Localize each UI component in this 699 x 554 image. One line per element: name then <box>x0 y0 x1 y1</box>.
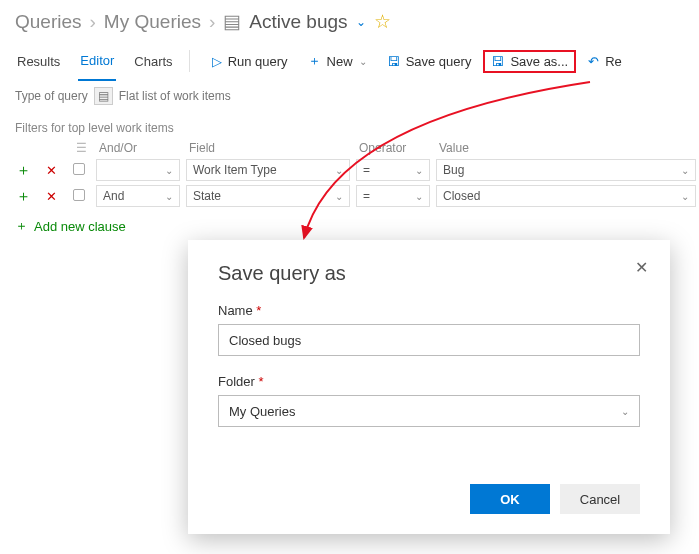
tab-editor[interactable]: Editor <box>78 41 116 81</box>
new-label: New <box>327 54 353 69</box>
operator-select[interactable]: =⌄ <box>356 185 430 207</box>
filters-header: Filters for top level work items <box>0 111 699 139</box>
andor-select[interactable]: And⌄ <box>96 185 180 207</box>
row-checkbox[interactable] <box>73 189 85 201</box>
col-field: Field <box>183 139 353 157</box>
query-type-row: Type of query ▤ Flat list of work items <box>0 81 699 111</box>
save-as-button[interactable]: 🖫 Save as... <box>483 50 576 73</box>
filter-row: ＋ ✕ And⌄ State⌄ =⌄ Closed⌄ <box>10 183 699 209</box>
save-label: Save query <box>406 54 472 69</box>
save-icon: 🖫 <box>387 54 400 69</box>
col-andor: And/Or <box>93 139 183 157</box>
add-row-icon[interactable]: ＋ <box>13 187 34 204</box>
toolbar: Results Editor Charts ▷ Run query ＋ New … <box>0 41 699 81</box>
folder-select[interactable]: My Queries ⌄ <box>218 395 640 427</box>
close-icon[interactable]: ✕ <box>635 258 648 277</box>
breadcrumb-leaf[interactable]: Active bugs <box>249 11 347 33</box>
revert-button[interactable]: ↶ Re <box>580 50 630 73</box>
add-new-clause[interactable]: ＋ Add new clause <box>0 209 699 243</box>
value-select[interactable]: Bug⌄ <box>436 159 696 181</box>
dialog-title: Save query as <box>218 262 640 285</box>
chevron-down-icon: ⌄ <box>359 56 367 67</box>
breadcrumb-root[interactable]: Queries <box>15 11 82 33</box>
flat-list-icon[interactable]: ▤ <box>94 87 113 105</box>
operator-select[interactable]: =⌄ <box>356 159 430 181</box>
andor-select[interactable]: ⌄ <box>96 159 180 181</box>
tab-charts[interactable]: Charts <box>132 41 174 81</box>
col-operator: Operator <box>353 139 433 157</box>
folder-label: Folder * <box>218 374 640 389</box>
tab-results[interactable]: Results <box>15 41 62 81</box>
filters-table: ☰ And/Or Field Operator Value ＋ ✕ ⌄ Work… <box>10 139 699 209</box>
breadcrumb: Queries › My Queries › ▤ Active bugs ⌄ ☆ <box>0 0 699 41</box>
favorite-icon[interactable]: ☆ <box>374 10 391 33</box>
ok-button[interactable]: OK <box>470 484 550 514</box>
plus-icon: ＋ <box>308 52 321 70</box>
filter-row: ＋ ✕ ⌄ Work Item Type⌄ =⌄ Bug⌄ <box>10 157 699 183</box>
field-select[interactable]: Work Item Type⌄ <box>186 159 350 181</box>
chevron-down-icon[interactable]: ⌄ <box>356 15 366 29</box>
checklist-icon[interactable]: ☰ <box>76 141 87 155</box>
save-query-button[interactable]: 🖫 Save query <box>379 50 480 73</box>
play-icon: ▷ <box>212 54 222 69</box>
add-row-icon[interactable]: ＋ <box>13 161 34 178</box>
save-as-label: Save as... <box>510 54 568 69</box>
name-input[interactable]: Closed bugs <box>218 324 640 356</box>
chevron-right-icon: › <box>90 11 96 33</box>
delete-row-icon[interactable]: ✕ <box>43 189 60 204</box>
name-label: Name * <box>218 303 640 318</box>
save-as-icon: 🖫 <box>491 54 504 69</box>
save-query-as-dialog: Save query as ✕ Name * Closed bugs Folde… <box>188 240 670 534</box>
breadcrumb-mid[interactable]: My Queries <box>104 11 201 33</box>
tabs: Results Editor Charts <box>15 41 175 81</box>
value-select[interactable]: Closed⌄ <box>436 185 696 207</box>
delete-row-icon[interactable]: ✕ <box>43 163 60 178</box>
query-type-value: Flat list of work items <box>119 89 231 103</box>
undo-icon: ↶ <box>588 54 599 69</box>
field-select[interactable]: State⌄ <box>186 185 350 207</box>
list-icon: ▤ <box>223 10 241 33</box>
run-query-label: Run query <box>228 54 288 69</box>
query-type-label: Type of query <box>15 89 88 103</box>
cancel-button[interactable]: Cancel <box>560 484 640 514</box>
new-button[interactable]: ＋ New ⌄ <box>300 48 375 74</box>
add-clause-label: Add new clause <box>34 219 126 234</box>
chevron-right-icon: › <box>209 11 215 33</box>
revert-label: Re <box>605 54 622 69</box>
plus-icon: ＋ <box>15 217 28 235</box>
row-checkbox[interactable] <box>73 163 85 175</box>
col-value: Value <box>433 139 699 157</box>
chevron-down-icon: ⌄ <box>621 406 629 417</box>
run-query-button[interactable]: ▷ Run query <box>204 50 296 73</box>
